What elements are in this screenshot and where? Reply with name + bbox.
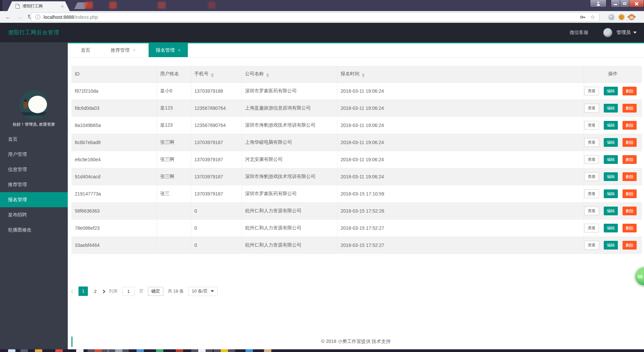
back-button[interactable]: ←	[5, 14, 11, 20]
view-button[interactable]: 查看	[584, 189, 599, 198]
cell-time: 2018-03-11 19:06:24	[337, 99, 584, 117]
taskbar-app-icon[interactable]	[35, 349, 42, 352]
edit-button[interactable]: 编辑	[604, 224, 618, 232]
taskbar-app-icon[interactable]	[156, 349, 163, 352]
tab-1[interactable]: 首页	[73, 43, 98, 57]
url-path: /indexx.php	[74, 14, 98, 20]
taskbar-app-icon[interactable]	[20, 349, 28, 352]
sidebar-item-5[interactable]: 报名管理	[0, 192, 68, 207]
profile-button[interactable]	[590, 0, 606, 7]
sort-icon[interactable]	[211, 73, 214, 77]
edit-button[interactable]: 编辑	[604, 172, 618, 181]
chevron-down-icon[interactable]	[633, 32, 637, 34]
close-window-button[interactable]	[629, 0, 644, 7]
minimize-button[interactable]	[611, 0, 620, 7]
edit-button[interactable]: 编辑	[604, 241, 618, 250]
delete-button[interactable]: 删除	[623, 138, 637, 147]
page-number-button[interactable]: 1	[78, 287, 88, 296]
browser-menu-icon[interactable]: ⋮	[642, 14, 644, 20]
taskbar-app-icon[interactable]	[246, 349, 253, 352]
goto-page-input[interactable]	[122, 287, 135, 296]
address-bar[interactable]: i localhost:8888/indexx.php ☆	[31, 12, 599, 21]
sort-icon[interactable]	[266, 73, 269, 77]
view-button[interactable]: 查看	[584, 138, 599, 147]
col-header-phone: 手机号	[191, 66, 241, 82]
cell-id: 219147773a	[71, 185, 157, 202]
tab-2[interactable]: 推荐管理 ×	[103, 43, 143, 57]
taskbar-app-icon[interactable]	[264, 349, 271, 352]
delete-button[interactable]: 删除	[623, 121, 637, 130]
per-page-select[interactable]: 10 条/页	[188, 287, 218, 296]
cell-time: 2018-03-15 17:52:26	[337, 202, 584, 219]
sidebar-item-4[interactable]: 推荐管理	[0, 177, 68, 192]
bookmark-star-icon[interactable]: ☆	[590, 14, 595, 20]
table-row: 8a1049b65a 皇123 123567890764 深圳市海豹游戏技术培训…	[71, 117, 642, 134]
monkey-extension-icon[interactable]	[629, 14, 635, 20]
taskbar[interactable]	[0, 349, 644, 352]
taskbar-app-icon[interactable]	[8, 349, 15, 352]
edit-button[interactable]: 编辑	[604, 189, 618, 198]
next-page-icon[interactable]	[102, 289, 105, 294]
cell-actions: 查看 编辑 删除	[584, 151, 642, 168]
page-tab-label: 首页	[81, 47, 90, 53]
view-button[interactable]: 查看	[584, 121, 599, 130]
cell-company: 杭州仁和人力资源有限公司	[241, 219, 337, 236]
admin-avatar[interactable]	[603, 28, 612, 37]
sidebar-item-7[interactable]: 轮播图修改	[0, 222, 68, 237]
view-button[interactable]: 查看	[584, 224, 599, 232]
sidebar-item-6[interactable]: 发布招聘	[0, 207, 68, 222]
sidebar-item-2[interactable]: 用户管理	[0, 147, 68, 162]
edit-button[interactable]: 编辑	[604, 207, 618, 215]
view-button[interactable]: 查看	[584, 104, 599, 113]
delete-button[interactable]: 删除	[623, 87, 637, 95]
close-tab-icon[interactable]: ×	[61, 4, 64, 9]
taskbar-app-icon[interactable]	[76, 349, 84, 352]
delete-button[interactable]: 删除	[623, 155, 637, 164]
delete-button[interactable]: 删除	[623, 172, 637, 181]
extension-icon[interactable]	[608, 14, 614, 20]
view-button[interactable]: 查看	[584, 207, 599, 215]
page-number-button[interactable]: 2	[93, 289, 98, 294]
table-row: 33aebf4464 0 杭州仁和人力资源有限公司 2018-03-15 17:…	[71, 236, 642, 254]
taskbar-app-icon[interactable]	[176, 349, 183, 352]
edit-button[interactable]: 编辑	[604, 155, 618, 164]
site-header: 濮阳打工网后台管理 微信客服 管理员	[0, 23, 644, 42]
taskbar-app-icon[interactable]	[115, 349, 122, 352]
sort-icon[interactable]	[362, 73, 365, 77]
prev-page-icon[interactable]	[71, 289, 74, 294]
person-icon	[597, 2, 600, 6]
edit-button[interactable]: 编辑	[604, 121, 618, 130]
wechat-service-link[interactable]: 微信客服	[570, 30, 588, 36]
delete-button[interactable]: 删除	[623, 224, 637, 232]
view-button[interactable]: 查看	[584, 155, 599, 164]
sidebar-item-1[interactable]: 首页	[0, 132, 68, 147]
taskbar-app-icon[interactable]	[137, 349, 144, 352]
close-tab-icon[interactable]: ×	[133, 48, 136, 53]
view-button[interactable]: 查看	[584, 241, 599, 250]
sidebar-item-3[interactable]: 信息管理	[0, 162, 68, 177]
cookie-extension-icon[interactable]	[619, 14, 625, 20]
browser-tab[interactable]: 濮阳打工网 ×	[7, 1, 70, 11]
confirm-button[interactable]: 确定	[148, 287, 163, 296]
close-tab-icon[interactable]: ×	[178, 48, 181, 53]
admin-menu[interactable]: 管理员	[616, 30, 631, 36]
taskbar-app-icon[interactable]	[95, 349, 102, 352]
forward-button[interactable]: →	[16, 14, 22, 20]
delete-button[interactable]: 删除	[623, 104, 637, 113]
taskbar-app-icon[interactable]	[198, 349, 206, 352]
key-icon[interactable]	[580, 14, 586, 20]
info-icon[interactable]: i	[35, 14, 40, 19]
edit-button[interactable]: 编辑	[604, 104, 618, 113]
maximize-button[interactable]	[620, 0, 629, 7]
view-button[interactable]: 查看	[584, 87, 599, 95]
taskbar-app-icon[interactable]	[221, 349, 228, 352]
edit-button[interactable]: 编辑	[604, 138, 618, 147]
delete-button[interactable]: 删除	[623, 207, 637, 215]
delete-button[interactable]: 删除	[623, 189, 637, 198]
taskbar-app-icon[interactable]	[55, 349, 63, 352]
view-button[interactable]: 查看	[584, 172, 599, 181]
col-label: 用户姓名	[160, 71, 179, 76]
tab-3[interactable]: 报名管理 ×	[149, 43, 188, 57]
edit-button[interactable]: 编辑	[604, 87, 618, 95]
delete-button[interactable]: 删除	[623, 241, 637, 250]
